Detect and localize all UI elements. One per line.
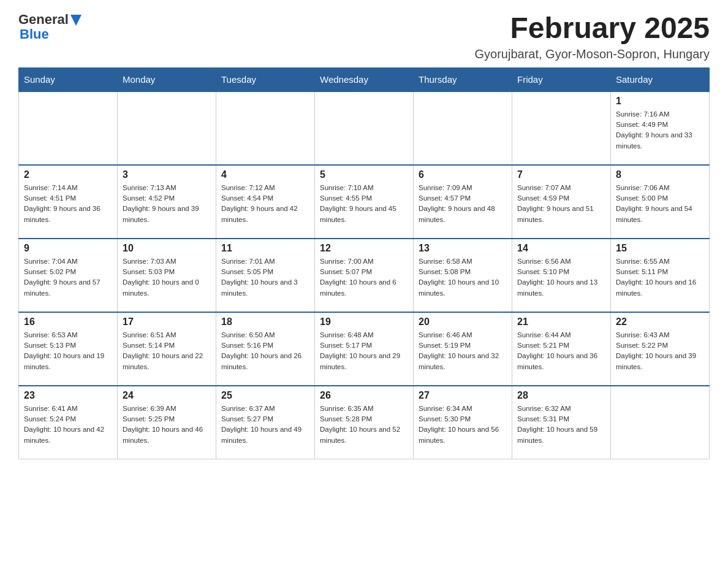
day-cell-3: 3Sunrise: 7:13 AMSunset: 4:52 PMDaylight… xyxy=(118,165,216,239)
day-info: Sunrise: 7:14 AMSunset: 4:51 PMDaylight:… xyxy=(24,183,112,225)
empty-cell xyxy=(611,386,710,459)
day-number: 14 xyxy=(517,243,605,254)
day-info: Sunrise: 6:43 AMSunset: 5:22 PMDaylight:… xyxy=(616,330,704,372)
day-number: 15 xyxy=(616,243,704,254)
location-title: Gyorujbarat, Gyor-Moson-Sopron, Hungary xyxy=(475,47,710,61)
day-number: 21 xyxy=(517,316,605,327)
day-info: Sunrise: 6:39 AMSunset: 5:25 PMDaylight:… xyxy=(123,404,211,446)
empty-cell xyxy=(315,91,414,165)
day-info: Sunrise: 7:16 AMSunset: 4:49 PMDaylight:… xyxy=(616,109,704,151)
weekday-header-sunday: Sunday xyxy=(19,67,118,91)
day-cell-2: 2Sunrise: 7:14 AMSunset: 4:51 PMDaylight… xyxy=(19,165,118,239)
day-info: Sunrise: 7:07 AMSunset: 4:59 PMDaylight:… xyxy=(517,183,605,225)
day-number: 16 xyxy=(24,316,112,327)
day-cell-25: 25Sunrise: 6:37 AMSunset: 5:27 PMDayligh… xyxy=(216,386,315,459)
day-cell-18: 18Sunrise: 6:50 AMSunset: 5:16 PMDayligh… xyxy=(216,312,315,386)
day-number: 19 xyxy=(320,316,408,327)
day-info: Sunrise: 7:04 AMSunset: 5:02 PMDaylight:… xyxy=(24,256,112,299)
day-number: 23 xyxy=(24,390,112,401)
day-cell-19: 19Sunrise: 6:48 AMSunset: 5:17 PMDayligh… xyxy=(315,312,414,386)
day-info: Sunrise: 6:50 AMSunset: 5:16 PMDaylight:… xyxy=(221,330,309,372)
day-info: Sunrise: 6:34 AMSunset: 5:30 PMDaylight:… xyxy=(419,404,507,446)
week-row-2: 2Sunrise: 7:14 AMSunset: 4:51 PMDaylight… xyxy=(19,165,710,239)
day-info: Sunrise: 6:58 AMSunset: 5:08 PMDaylight:… xyxy=(419,256,507,299)
day-cell-1: 1Sunrise: 7:16 AMSunset: 4:49 PMDaylight… xyxy=(611,91,710,165)
day-info: Sunrise: 7:10 AMSunset: 4:55 PMDaylight:… xyxy=(320,183,408,225)
day-number: 27 xyxy=(419,390,507,401)
day-number: 2 xyxy=(24,169,112,180)
weekday-header-row: SundayMondayTuesdayWednesdayThursdayFrid… xyxy=(19,67,710,91)
day-info: Sunrise: 6:44 AMSunset: 5:21 PMDaylight:… xyxy=(517,330,605,372)
day-number: 11 xyxy=(221,243,309,254)
day-number: 25 xyxy=(221,390,309,401)
day-number: 24 xyxy=(123,390,211,401)
day-cell-11: 11Sunrise: 7:01 AMSunset: 5:05 PMDayligh… xyxy=(216,239,315,312)
day-cell-22: 22Sunrise: 6:43 AMSunset: 5:22 PMDayligh… xyxy=(611,312,710,386)
svg-marker-0 xyxy=(70,15,82,26)
weekday-header-friday: Friday xyxy=(512,67,611,91)
day-number: 8 xyxy=(616,169,704,180)
day-number: 13 xyxy=(419,243,507,254)
day-cell-15: 15Sunrise: 6:55 AMSunset: 5:11 PMDayligh… xyxy=(611,239,710,312)
day-info: Sunrise: 6:56 AMSunset: 5:10 PMDaylight:… xyxy=(517,256,605,299)
day-info: Sunrise: 7:01 AMSunset: 5:05 PMDaylight:… xyxy=(221,256,309,299)
day-cell-24: 24Sunrise: 6:39 AMSunset: 5:25 PMDayligh… xyxy=(118,386,216,459)
day-cell-16: 16Sunrise: 6:53 AMSunset: 5:13 PMDayligh… xyxy=(19,312,118,386)
day-number: 22 xyxy=(616,316,704,327)
day-number: 9 xyxy=(24,243,112,254)
day-cell-10: 10Sunrise: 7:03 AMSunset: 5:03 PMDayligh… xyxy=(118,239,216,312)
empty-cell xyxy=(118,91,216,165)
weekday-header-wednesday: Wednesday xyxy=(315,67,414,91)
weekday-header-thursday: Thursday xyxy=(414,67,512,91)
logo: General Blue xyxy=(18,12,82,42)
weekday-header-saturday: Saturday xyxy=(611,67,710,91)
day-cell-21: 21Sunrise: 6:44 AMSunset: 5:21 PMDayligh… xyxy=(512,312,611,386)
day-info: Sunrise: 7:06 AMSunset: 5:00 PMDaylight:… xyxy=(616,183,704,225)
day-cell-27: 27Sunrise: 6:34 AMSunset: 5:30 PMDayligh… xyxy=(414,386,512,459)
day-info: Sunrise: 7:03 AMSunset: 5:03 PMDaylight:… xyxy=(123,256,211,299)
day-info: Sunrise: 7:12 AMSunset: 4:54 PMDaylight:… xyxy=(221,183,309,225)
week-row-4: 16Sunrise: 6:53 AMSunset: 5:13 PMDayligh… xyxy=(19,312,710,386)
month-title: February 2025 xyxy=(475,12,710,45)
day-number: 10 xyxy=(123,243,211,254)
logo-triangle-icon xyxy=(70,15,82,26)
logo-general-text: General xyxy=(18,12,69,27)
day-cell-13: 13Sunrise: 6:58 AMSunset: 5:08 PMDayligh… xyxy=(414,239,512,312)
day-cell-12: 12Sunrise: 7:00 AMSunset: 5:07 PMDayligh… xyxy=(315,239,414,312)
empty-cell xyxy=(414,91,512,165)
empty-cell xyxy=(216,91,315,165)
day-cell-23: 23Sunrise: 6:41 AMSunset: 5:24 PMDayligh… xyxy=(19,386,118,459)
week-row-5: 23Sunrise: 6:41 AMSunset: 5:24 PMDayligh… xyxy=(19,386,710,459)
day-cell-28: 28Sunrise: 6:32 AMSunset: 5:31 PMDayligh… xyxy=(512,386,611,459)
day-info: Sunrise: 6:41 AMSunset: 5:24 PMDaylight:… xyxy=(24,404,112,446)
day-info: Sunrise: 6:46 AMSunset: 5:19 PMDaylight:… xyxy=(419,330,507,372)
week-row-3: 9Sunrise: 7:04 AMSunset: 5:02 PMDaylight… xyxy=(19,239,710,312)
day-info: Sunrise: 6:35 AMSunset: 5:28 PMDaylight:… xyxy=(320,404,408,446)
day-cell-14: 14Sunrise: 6:56 AMSunset: 5:10 PMDayligh… xyxy=(512,239,611,312)
empty-cell xyxy=(19,91,118,165)
day-cell-4: 4Sunrise: 7:12 AMSunset: 4:54 PMDaylight… xyxy=(216,165,315,239)
day-cell-17: 17Sunrise: 6:51 AMSunset: 5:14 PMDayligh… xyxy=(118,312,216,386)
day-number: 17 xyxy=(123,316,211,327)
day-info: Sunrise: 6:32 AMSunset: 5:31 PMDaylight:… xyxy=(517,404,605,446)
logo-blue-text: Blue xyxy=(20,27,82,42)
day-number: 12 xyxy=(320,243,408,254)
day-cell-20: 20Sunrise: 6:46 AMSunset: 5:19 PMDayligh… xyxy=(414,312,512,386)
day-cell-8: 8Sunrise: 7:06 AMSunset: 5:00 PMDaylight… xyxy=(611,165,710,239)
day-info: Sunrise: 6:37 AMSunset: 5:27 PMDaylight:… xyxy=(221,404,309,446)
day-info: Sunrise: 6:53 AMSunset: 5:13 PMDaylight:… xyxy=(24,330,112,372)
day-number: 1 xyxy=(616,96,704,107)
day-cell-9: 9Sunrise: 7:04 AMSunset: 5:02 PMDaylight… xyxy=(19,239,118,312)
day-info: Sunrise: 6:55 AMSunset: 5:11 PMDaylight:… xyxy=(616,256,704,299)
day-cell-7: 7Sunrise: 7:07 AMSunset: 4:59 PMDaylight… xyxy=(512,165,611,239)
day-cell-6: 6Sunrise: 7:09 AMSunset: 4:57 PMDaylight… xyxy=(414,165,512,239)
day-info: Sunrise: 7:13 AMSunset: 4:52 PMDaylight:… xyxy=(123,183,211,225)
empty-cell xyxy=(512,91,611,165)
title-area: February 2025 Gyorujbarat, Gyor-Moson-So… xyxy=(475,12,710,61)
day-number: 7 xyxy=(517,169,605,180)
day-number: 3 xyxy=(123,169,211,180)
day-number: 28 xyxy=(517,390,605,401)
header: General Blue February 2025 Gyorujbarat, … xyxy=(18,12,710,61)
week-row-1: 1Sunrise: 7:16 AMSunset: 4:49 PMDaylight… xyxy=(19,91,710,165)
day-info: Sunrise: 7:09 AMSunset: 4:57 PMDaylight:… xyxy=(419,183,507,225)
